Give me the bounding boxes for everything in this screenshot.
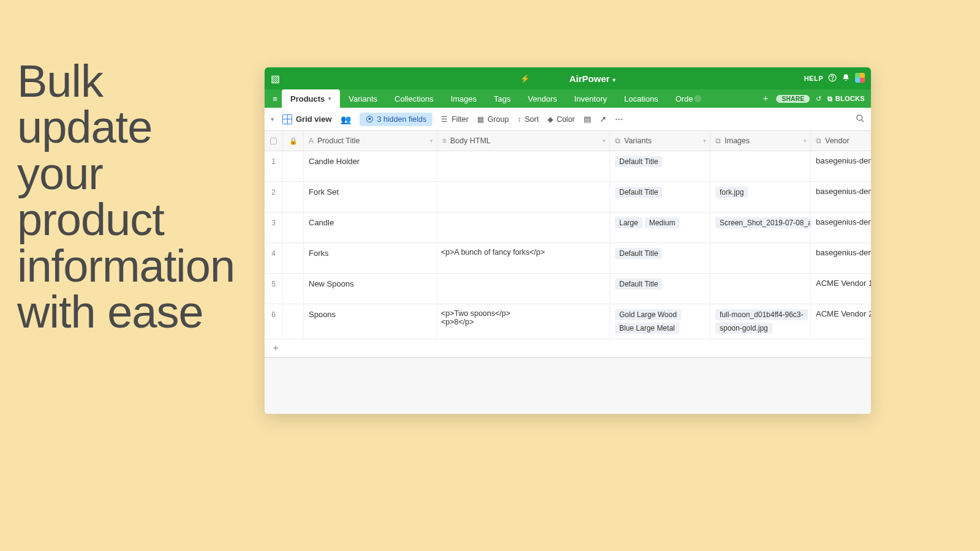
cell-variants[interactable]: Gold Large WoodBlue Large Metal (610, 304, 710, 339)
tab-tags[interactable]: Tags (485, 89, 519, 108)
cell-product-title[interactable]: Fork Set (304, 182, 437, 212)
cell-images[interactable] (710, 274, 811, 304)
group-button[interactable]: ▦Group (477, 115, 509, 124)
cell-body-html[interactable]: <p>A bunch of fancy forks</p> (437, 243, 610, 273)
svg-point-1 (832, 80, 833, 80)
cell-product-title[interactable]: Candle Holder (304, 151, 437, 181)
tab-products[interactable]: Products▾ (282, 89, 340, 108)
row-number: 5 (265, 274, 283, 304)
cell-vendor[interactable]: basegenius-dem (811, 182, 871, 212)
link-type-icon: ⧉ (715, 137, 721, 145)
filter-button[interactable]: ☰Filter (441, 115, 469, 124)
table-row[interactable]: 4Forks<p>A bunch of fancy forks</p>Defau… (265, 243, 871, 274)
cell-images[interactable]: fork.jpg (710, 182, 811, 212)
cell-product-title[interactable]: Forks (304, 243, 437, 273)
tab-locations[interactable]: Locations (616, 89, 667, 108)
automation-bolt-icon[interactable]: ⚡ (520, 74, 530, 83)
tab-orders[interactable]: Orders (667, 89, 710, 108)
cell-body-html[interactable] (437, 274, 610, 304)
cell-variants[interactable]: Default Title (610, 151, 710, 181)
record-chip[interactable]: full-moon_d01b4ff4-96c3- (715, 309, 808, 320)
cell-variants[interactable]: Default Title (610, 243, 710, 273)
app-logo-icon[interactable]: ▧ (271, 73, 280, 84)
row-expand[interactable] (283, 304, 304, 339)
sort-button[interactable]: ↕Sort (518, 115, 539, 124)
tab-inventory[interactable]: Inventory (565, 89, 615, 108)
add-row-button[interactable]: ＋ (265, 339, 871, 358)
cell-product-title[interactable]: New Spoons (304, 274, 437, 304)
record-chip[interactable]: Default Title (615, 279, 662, 290)
tab-variants[interactable]: Variants (340, 89, 386, 108)
table-row[interactable]: 6Spoons<p>Two spoons</p> <p>8</p>Gold La… (265, 304, 871, 339)
record-chip[interactable]: Medium (645, 217, 680, 228)
record-chip[interactable]: Large (615, 217, 643, 228)
share-view-icon[interactable]: ↗ (600, 114, 606, 124)
column-header-body-html[interactable]: ≡Body HTML▾ (437, 131, 610, 151)
record-chip[interactable]: Default Title (615, 248, 662, 259)
cell-variants[interactable]: LargeMedium (610, 212, 710, 242)
base-title[interactable]: AirPower ▾ (569, 73, 615, 84)
tab-vendors[interactable]: Vendors (519, 89, 566, 108)
notifications-icon[interactable] (842, 73, 850, 84)
row-expand[interactable] (283, 274, 304, 304)
add-table-icon[interactable]: ＋ (761, 93, 770, 104)
hide-icon: ⦿ (366, 115, 374, 124)
collaborators-icon[interactable]: 👥 (341, 114, 351, 124)
cell-variants[interactable]: Default Title (610, 182, 710, 212)
record-chip[interactable]: Gold Large Wood (615, 309, 681, 320)
cell-images[interactable] (710, 151, 811, 181)
table-row[interactable]: 2Fork SetDefault Titlefork.jpgbasegenius… (265, 182, 871, 212)
cell-body-html[interactable]: <p>Two spoons</p> <p>8</p> (437, 304, 610, 339)
cell-variants[interactable]: Default Title (610, 274, 710, 304)
row-expand[interactable] (283, 151, 304, 181)
cell-images[interactable] (710, 243, 811, 273)
more-icon[interactable]: ⋯ (615, 114, 623, 124)
row-expand[interactable] (283, 212, 304, 242)
color-button[interactable]: ◆Color (548, 115, 575, 124)
tables-menu-icon[interactable]: ≡ (268, 89, 282, 108)
cell-vendor[interactable]: ACME Vendor 1 (811, 274, 871, 304)
help-button[interactable]: HELP (804, 75, 823, 82)
cell-images[interactable]: full-moon_d01b4ff4-96c3-spoon-gold.jpg (710, 304, 811, 339)
tab-collections[interactable]: Collections (386, 89, 442, 108)
column-header-images[interactable]: ⧉Images▾ (710, 131, 811, 151)
cell-vendor[interactable]: basegenius-dem (811, 243, 871, 273)
cell-body-html[interactable] (437, 182, 610, 212)
hidden-fields-button[interactable]: ⦿ 3 hidden fields (360, 113, 433, 126)
table-row[interactable]: 1Candle HolderDefault Titlebasegenius-de… (265, 151, 871, 182)
column-header-vendor[interactable]: ⧉Vendor (811, 131, 871, 151)
history-icon[interactable]: ↺ (816, 95, 821, 103)
search-icon[interactable] (856, 114, 865, 125)
column-header-product-title[interactable]: AProduct Title▾ (304, 131, 437, 151)
column-header-variants[interactable]: ⧉Variants▾ (610, 131, 710, 151)
blocks-icon: ⧉ (827, 95, 832, 103)
select-all-checkbox[interactable] (265, 131, 283, 151)
blocks-button[interactable]: ⧉ BLOCKS (827, 95, 865, 103)
row-height-icon[interactable]: ▤ (584, 114, 591, 124)
row-expand[interactable] (283, 243, 304, 273)
account-avatar[interactable] (855, 73, 865, 84)
record-chip[interactable]: Blue Large Metal (615, 323, 679, 334)
help-icon[interactable] (828, 73, 837, 84)
record-chip[interactable]: fork.jpg (715, 187, 748, 198)
cell-vendor[interactable]: basegenius-dem (811, 212, 871, 242)
cell-vendor[interactable]: ACME Vendor 2 (811, 304, 871, 339)
record-chip[interactable]: Default Title (615, 187, 662, 198)
share-button[interactable]: SHARE (776, 95, 810, 103)
cell-product-title[interactable]: Spoons (304, 304, 437, 339)
record-chip[interactable]: spoon-gold.jpg (715, 323, 772, 334)
record-chip[interactable]: Screen_Shot_2019-07-08_a (715, 217, 811, 228)
cell-vendor[interactable]: basegenius-dem (811, 151, 871, 181)
table-row[interactable]: 5New SpoonsDefault TitleACME Vendor 1 (265, 274, 871, 304)
cell-body-html[interactable] (437, 212, 610, 242)
scroll-tabs-icon[interactable] (694, 95, 701, 102)
table-row[interactable]: 3CandleLargeMediumScreen_Shot_2019-07-08… (265, 212, 871, 243)
cell-body-html[interactable] (437, 151, 610, 181)
views-sidebar-toggle-icon[interactable]: ▾ (271, 116, 274, 122)
cell-product-title[interactable]: Candle (304, 212, 437, 242)
tab-images[interactable]: Images (442, 89, 486, 108)
cell-images[interactable]: Screen_Shot_2019-07-08_a (710, 212, 811, 242)
view-switcher[interactable]: Grid view (282, 114, 332, 124)
row-expand[interactable] (283, 182, 304, 212)
record-chip[interactable]: Default Title (615, 156, 662, 167)
